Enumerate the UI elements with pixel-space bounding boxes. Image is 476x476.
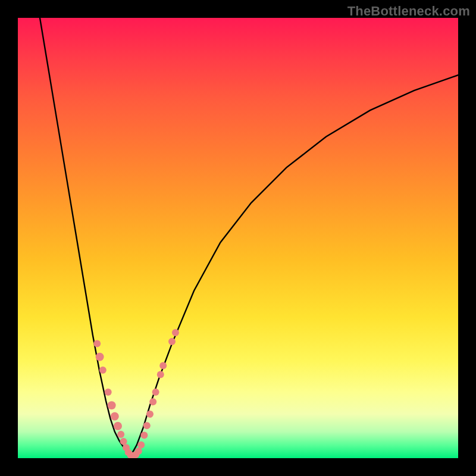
data-marker: [108, 401, 116, 409]
data-marker: [159, 362, 167, 369]
data-marker: [143, 422, 151, 429]
data-marker: [93, 340, 101, 347]
data-marker: [114, 422, 122, 430]
data-marker: [99, 367, 107, 374]
data-marker: [172, 329, 179, 336]
marker-layer: [93, 329, 179, 458]
data-marker: [96, 353, 104, 361]
data-marker: [168, 338, 176, 345]
data-marker: [149, 398, 156, 405]
curve-layer: [40, 18, 458, 456]
watermark-text: TheBottleneck.com: [347, 4, 470, 19]
data-marker: [146, 411, 154, 418]
data-marker: [140, 432, 148, 439]
data-marker: [111, 412, 119, 421]
data-marker: [137, 441, 145, 449]
data-marker: [152, 389, 159, 396]
plot-area: [18, 18, 458, 458]
data-marker: [117, 431, 124, 438]
data-marker: [105, 389, 112, 396]
bottleneck-curve: [40, 18, 458, 456]
data-marker: [120, 438, 127, 445]
data-marker: [157, 371, 164, 378]
chart-svg: [18, 18, 458, 458]
chart-frame: TheBottleneck.com: [0, 0, 476, 476]
data-marker: [135, 447, 142, 455]
